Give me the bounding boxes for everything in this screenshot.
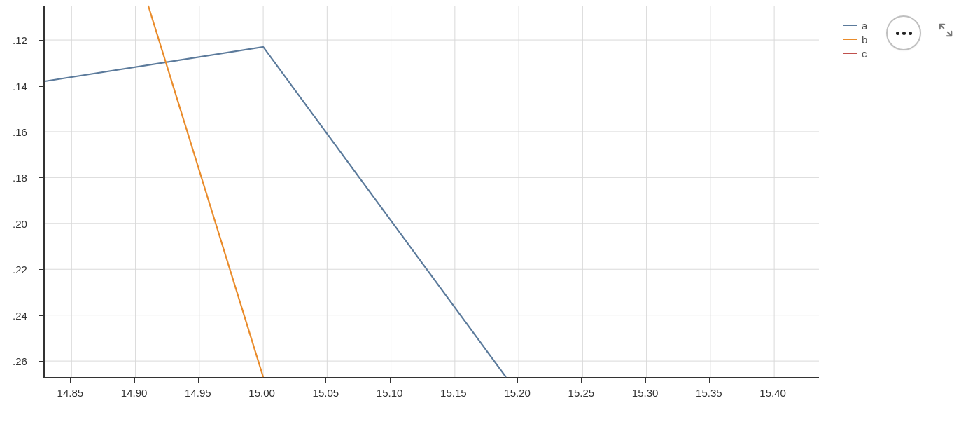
y-tick-label: .20 <box>13 217 27 229</box>
dots-icon <box>909 32 912 35</box>
x-tick-label: 15.30 <box>632 387 659 399</box>
x-tick-label: 15.35 <box>696 387 722 399</box>
legend-label-c: c <box>862 48 867 60</box>
dots-icon <box>902 32 906 35</box>
chart-legend: a b c <box>844 18 867 60</box>
legend-label-b: b <box>862 34 867 46</box>
x-tick-label: 14.95 <box>185 387 211 399</box>
expand-icon <box>938 22 953 38</box>
y-tick-label: .14 <box>13 80 27 92</box>
legend-swatch-c <box>844 53 858 54</box>
series-line-b[interactable] <box>148 6 263 377</box>
legend-swatch-a <box>844 25 858 26</box>
x-tick-label: 15.05 <box>313 387 340 399</box>
chart-plot-area[interactable] <box>43 6 819 378</box>
x-tick-label: 15.10 <box>377 387 403 399</box>
more-options-button[interactable] <box>886 15 921 50</box>
x-tick-label: 15.15 <box>440 387 467 399</box>
legend-label-a: a <box>862 20 867 32</box>
y-tick-label: .22 <box>13 264 27 275</box>
series-line-a[interactable] <box>45 47 506 377</box>
legend-item-a[interactable]: a <box>844 18 867 32</box>
y-tick-label: .24 <box>13 309 27 321</box>
y-tick-label: .18 <box>13 172 27 184</box>
x-tick-label: 15.20 <box>504 387 531 399</box>
x-tick-label: 15.40 <box>760 387 786 399</box>
expand-button[interactable] <box>938 22 953 38</box>
dots-icon <box>896 32 899 35</box>
y-tick-label: .12 <box>13 34 27 46</box>
x-tick-label: 15.00 <box>248 387 275 399</box>
legend-item-b[interactable]: b <box>844 32 867 46</box>
x-tick-label: 14.90 <box>121 387 148 399</box>
legend-item-c[interactable]: c <box>844 46 867 60</box>
y-tick-label: .16 <box>13 125 27 137</box>
x-tick-label: 14.85 <box>57 387 84 399</box>
x-tick-label: 15.25 <box>568 387 595 399</box>
legend-swatch-b <box>844 39 858 40</box>
y-tick-label: .26 <box>13 355 27 367</box>
